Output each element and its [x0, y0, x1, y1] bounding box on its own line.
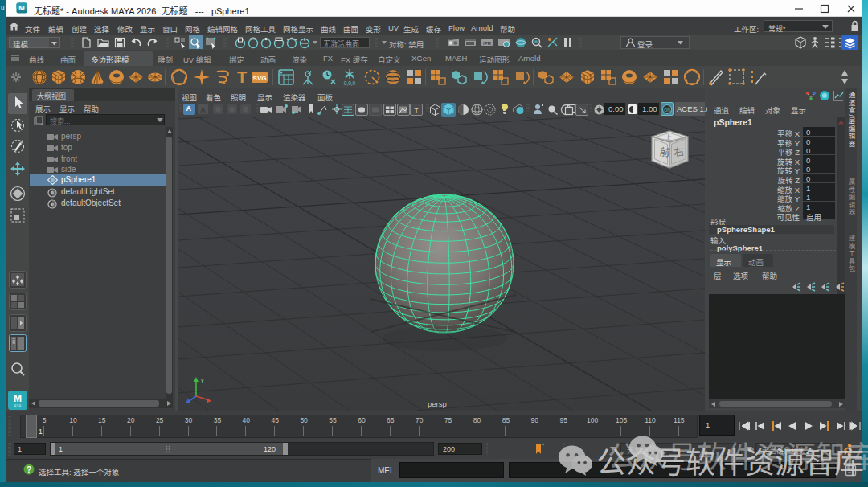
svg-text:M: M [14, 393, 22, 404]
svg-text:ON: ON [664, 108, 670, 113]
svg-text:A: A [200, 106, 206, 114]
svg-text:T: T [415, 107, 419, 114]
svg-text:?: ? [27, 465, 31, 474]
svg-text:AYA: AYA [14, 403, 22, 408]
svg-text:y: y [201, 377, 204, 383]
svg-text:上: 上 [665, 133, 672, 141]
svg-text:右: 右 [673, 145, 685, 159]
svg-text:T: T [237, 68, 247, 86]
svg-text:SVG: SVG [253, 75, 267, 82]
svg-text:M: M [18, 4, 25, 12]
svg-text:IPR: IPR [483, 41, 492, 46]
svg-text:前: 前 [659, 145, 671, 159]
svg-text:0,0,0: 0,0,0 [344, 80, 356, 86]
